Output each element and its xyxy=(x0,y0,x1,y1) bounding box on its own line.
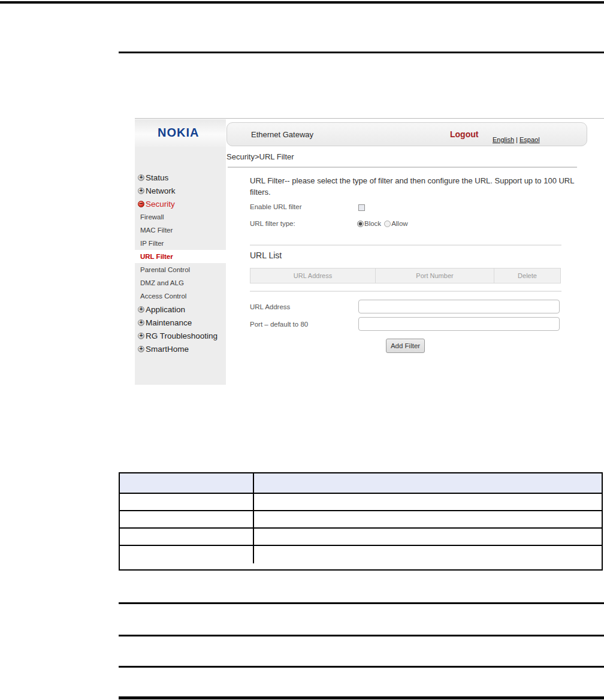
language-separator: | xyxy=(516,136,518,143)
table-cell xyxy=(254,529,602,545)
url-list-header-url-address: URL Address xyxy=(250,268,376,283)
radio-allow[interactable] xyxy=(384,221,391,227)
radio-block[interactable] xyxy=(357,221,364,227)
sidebar-item-smarthome[interactable]: SmartHome xyxy=(135,342,226,355)
page-title: Ethernet Gateway xyxy=(251,130,313,139)
plus-circle-icon[interactable] xyxy=(138,346,144,352)
table-row xyxy=(120,511,602,529)
plus-circle-icon[interactable] xyxy=(138,174,144,181)
enable-url-filter-label: Enable URL filter xyxy=(250,203,302,210)
sidebar-item-label: DMZ and ALG xyxy=(140,279,184,286)
sidebar-item-label: RG Troubleshooting xyxy=(146,331,218,340)
rule-line xyxy=(119,696,604,699)
sidebar-item-label: Security xyxy=(146,200,175,209)
page-description: URL Filter-- please select the type of f… xyxy=(250,175,584,198)
sidebar-item-dmz-and-alg[interactable]: DMZ and ALG xyxy=(135,276,226,289)
section-divider-bottom xyxy=(250,291,561,292)
language-switcher: English | Espaol xyxy=(493,136,540,143)
sidebar-item-status[interactable]: Status xyxy=(135,171,226,184)
sidebar-item-label: Status xyxy=(146,173,168,182)
table-row xyxy=(120,494,602,511)
rule-line xyxy=(119,602,604,604)
url-address-label: URL Address xyxy=(250,303,290,310)
port-input[interactable] xyxy=(358,317,560,331)
sidebar-item-mac-filter[interactable]: MAC Filter xyxy=(135,224,226,237)
sidebar-item-rg-troubleshooting[interactable]: RG Troubleshooting xyxy=(135,329,226,342)
plus-circle-icon[interactable] xyxy=(138,319,144,326)
table-cell xyxy=(120,511,254,527)
table-cell xyxy=(120,494,254,510)
nokia-logo: NOKIA xyxy=(158,126,199,140)
sidebar-item-url-filter[interactable]: URL Filter xyxy=(135,250,226,263)
radio-allow-label: Allow xyxy=(391,220,407,227)
table-cell xyxy=(120,546,254,563)
url-list-title: URL List xyxy=(250,251,282,260)
plus-circle-icon[interactable] xyxy=(138,333,144,339)
sidebar-item-label: URL Filter xyxy=(140,253,173,260)
rule-line xyxy=(119,666,604,668)
table-cell xyxy=(254,494,602,510)
logout-link[interactable]: Logout xyxy=(450,129,478,139)
table-header-cell xyxy=(254,473,602,493)
table-row xyxy=(120,529,602,546)
breadcrumb: Security>URL Filter xyxy=(226,152,294,161)
table-header-cell xyxy=(120,473,254,493)
add-filter-button[interactable]: Add Filter xyxy=(386,339,425,353)
sidebar-item-ip-filter[interactable]: IP Filter xyxy=(135,237,226,250)
sidebar-item-label: IP Filter xyxy=(140,240,164,247)
sidebar-nav: Status Network Security Firewall MAC Fil… xyxy=(135,171,226,355)
sidebar-item-label: Firewall xyxy=(140,213,164,221)
logo-area: NOKIA xyxy=(135,119,226,147)
sidebar-item-label: MAC Filter xyxy=(140,227,173,234)
table-cell xyxy=(254,511,602,527)
header-separator-rule xyxy=(119,52,604,53)
top-header-bar: Ethernet Gateway Logout English | Espaol xyxy=(226,122,587,146)
page-top-rule xyxy=(0,1,604,4)
sidebar-item-application[interactable]: Application xyxy=(135,303,226,316)
sidebar-item-maintenance[interactable]: Maintenance xyxy=(135,316,226,329)
rule-line xyxy=(119,635,604,636)
url-list-header-port-number: Port Number xyxy=(376,268,494,283)
sidebar-item-firewall[interactable]: Firewall xyxy=(135,210,226,224)
url-list-header-delete: Delete xyxy=(494,268,561,283)
enable-url-filter-checkbox[interactable] xyxy=(358,204,365,211)
radio-block-label: Block xyxy=(364,220,381,227)
sidebar-item-security[interactable]: Security xyxy=(135,197,226,210)
port-label: Port – default to 80 xyxy=(250,321,308,328)
url-address-input[interactable] xyxy=(358,300,560,313)
language-link-spanish[interactable]: Espaol xyxy=(520,136,540,143)
table-row xyxy=(120,546,602,563)
sidebar-item-label: Access Control xyxy=(140,292,186,300)
breadcrumb-divider xyxy=(228,167,577,168)
minus-circle-icon[interactable] xyxy=(138,201,144,207)
table-cell xyxy=(120,529,254,545)
sidebar: NOKIA Status Network Security Firewall M… xyxy=(135,119,226,385)
sidebar-item-parental-control[interactable]: Parental Control xyxy=(135,263,226,276)
sidebar-item-access-control[interactable]: Access Control xyxy=(135,289,226,303)
language-link-english[interactable]: English xyxy=(493,136,514,143)
url-list-table: URL Address Port Number Delete xyxy=(250,268,561,283)
table-cell xyxy=(254,546,602,563)
plus-circle-icon[interactable] xyxy=(138,306,144,313)
field-description-table xyxy=(119,472,603,571)
sidebar-item-label: Application xyxy=(146,305,185,314)
section-divider-top xyxy=(250,245,561,246)
gateway-screenshot: NOKIA Status Network Security Firewall M… xyxy=(135,118,604,384)
sidebar-item-label: Parental Control xyxy=(140,266,190,273)
table-header-row xyxy=(120,473,602,494)
plus-circle-icon[interactable] xyxy=(138,188,144,194)
sidebar-item-label: SmartHome xyxy=(146,345,189,354)
sidebar-item-network[interactable]: Network xyxy=(135,184,226,197)
sidebar-item-label: Maintenance xyxy=(146,318,192,327)
url-filter-type-label: URL filter type: xyxy=(250,220,295,227)
sidebar-item-label: Network xyxy=(146,186,176,195)
url-filter-type-radios: Block Allow xyxy=(357,220,408,227)
